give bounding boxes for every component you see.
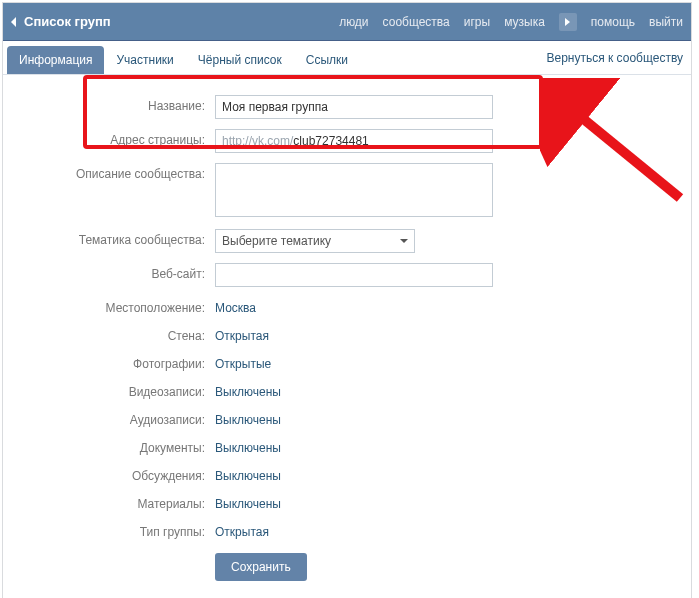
address-suffix: club72734481: [293, 134, 368, 148]
label-discussions: Обсуждения:: [27, 465, 215, 483]
tab-info[interactable]: Информация: [7, 46, 104, 74]
label-subject: Тематика сообщества:: [27, 229, 215, 247]
nav-games[interactable]: игры: [464, 15, 490, 29]
nav-people[interactable]: люди: [339, 15, 368, 29]
subject-select[interactable]: Выберите тематику: [215, 229, 415, 253]
nav-logout[interactable]: выйти: [649, 15, 683, 29]
chevron-down-icon: [400, 239, 408, 243]
discussions-value[interactable]: Выключены: [215, 465, 281, 483]
videos-value[interactable]: Выключены: [215, 381, 281, 399]
label-website: Веб-сайт:: [27, 263, 215, 281]
label-photos: Фотографии:: [27, 353, 215, 371]
materials-value[interactable]: Выключены: [215, 493, 281, 511]
label-materials: Материалы:: [27, 493, 215, 511]
label-location: Местоположение:: [27, 297, 215, 315]
nav-communities[interactable]: сообщества: [383, 15, 450, 29]
name-input[interactable]: [215, 95, 493, 119]
topbar-title[interactable]: Список групп: [24, 14, 339, 29]
photos-value[interactable]: Открытые: [215, 353, 271, 371]
nav-help[interactable]: помощь: [591, 15, 635, 29]
location-value[interactable]: Москва: [215, 297, 256, 315]
form-content: Название: Адрес страницы: http://vk.com/…: [3, 75, 691, 598]
page-address-input[interactable]: http://vk.com/club72734481: [215, 129, 493, 153]
audios-value[interactable]: Выключены: [215, 409, 281, 427]
topbar: Список групп люди сообщества игры музыка…: [3, 3, 691, 41]
nav-music[interactable]: музыка: [504, 15, 545, 29]
label-audios: Аудиозаписи:: [27, 409, 215, 427]
label-docs: Документы:: [27, 437, 215, 455]
label-group-type: Тип группы:: [27, 521, 215, 539]
back-arrow-icon[interactable]: [11, 17, 16, 27]
address-prefix: http://vk.com/: [222, 134, 293, 148]
label-wall: Стена:: [27, 325, 215, 343]
website-input[interactable]: [215, 263, 493, 287]
tab-blacklist[interactable]: Чёрный список: [186, 46, 294, 74]
tab-links[interactable]: Ссылки: [294, 46, 360, 74]
tabbar: Информация Участники Чёрный список Ссылк…: [3, 41, 691, 75]
back-to-community-link[interactable]: Вернуться к сообществу: [546, 41, 683, 74]
wall-value[interactable]: Открытая: [215, 325, 269, 343]
subject-placeholder: Выберите тематику: [222, 234, 331, 248]
label-name: Название:: [27, 95, 215, 113]
music-play-button[interactable]: [559, 13, 577, 31]
label-page-address: Адрес страницы:: [27, 129, 215, 147]
group-type-value[interactable]: Открытая: [215, 521, 269, 539]
description-textarea[interactable]: [215, 163, 493, 217]
tab-members[interactable]: Участники: [104, 46, 185, 74]
save-button[interactable]: Сохранить: [215, 553, 307, 581]
label-description: Описание сообщества:: [27, 163, 215, 181]
play-icon: [565, 18, 570, 26]
docs-value[interactable]: Выключены: [215, 437, 281, 455]
label-videos: Видеозаписи:: [27, 381, 215, 399]
